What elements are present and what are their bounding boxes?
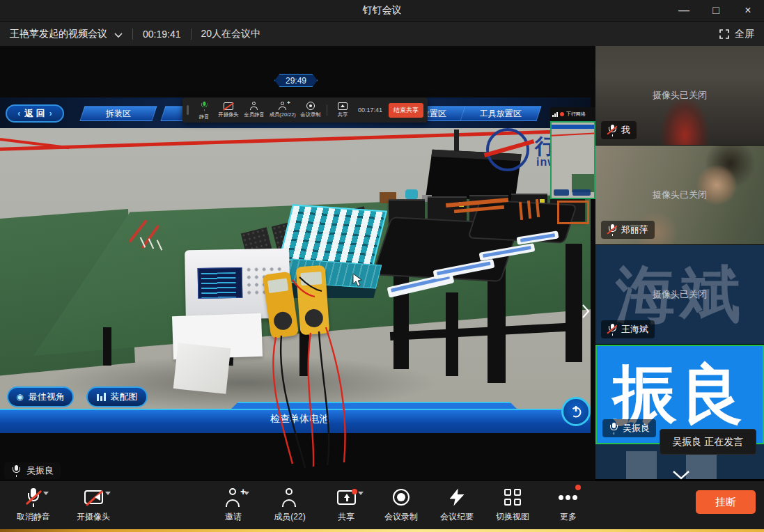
participant-tile-me[interactable]: 摄像头已关闭 我 — [595, 46, 764, 146]
participant-name-chip: 郑丽萍 — [601, 221, 655, 239]
eye-icon: ◉ — [16, 393, 23, 401]
float-share-time: 00:17:41 — [358, 107, 382, 114]
window-controls: — □ × — [668, 0, 764, 21]
tester-screen — [198, 267, 243, 299]
notification-dot — [575, 485, 581, 490]
record-button[interactable]: 会议录制 — [380, 487, 422, 523]
meeting-title: 王艳苹发起的视频会议 — [10, 28, 107, 40]
meeting-duration: 00:19:41 — [143, 29, 181, 40]
mic-muted-icon — [26, 488, 41, 507]
mic-muted-icon — [607, 224, 617, 236]
members-button[interactable]: 成员(22) — [265, 487, 314, 523]
share-button[interactable]: 共享 — [325, 487, 367, 523]
minimize-icon[interactable]: — — [668, 0, 700, 21]
chevron-down-icon[interactable] — [114, 29, 123, 41]
float-share: 共享 — [334, 102, 352, 118]
participant-name-chip: 我 — [601, 121, 637, 139]
float-mute: 静音 — [195, 100, 213, 120]
invite-button[interactable]: + 邀请 — [212, 487, 254, 523]
minutes-button[interactable]: 会议纪要 — [436, 487, 478, 523]
divider — [132, 29, 133, 40]
expand-panel-chevron[interactable] — [578, 301, 593, 322]
back-arrow-left-icon: ‹ — [17, 109, 20, 118]
window-title: 钉钉会议 — [363, 4, 402, 17]
hangup-button[interactable]: 挂断 — [696, 490, 756, 514]
chevron-down-icon — [671, 470, 691, 481]
camera-off-icon — [224, 102, 233, 110]
invite-person-icon: + — [225, 488, 242, 507]
signal-bars-icon — [552, 112, 558, 117]
table-crossbar — [390, 322, 578, 341]
camera-off-text: 摄像头已关闭 — [595, 189, 764, 201]
meeting-info-bar: 王艳苹发起的视频会议 00:19:41 20人在会议中 全屏 — [0, 21, 764, 46]
self-preview-pip: 下行网络 — [550, 107, 595, 199]
end-share-button: 结束共享 — [389, 103, 423, 118]
record-icon — [306, 102, 315, 110]
caret-down-icon[interactable] — [244, 492, 249, 495]
drag-handle — [187, 105, 189, 115]
participant-tile[interactable]: 海斌 摄像头已关闭 王海斌 — [595, 245, 764, 345]
pip-status-bar: 下行网络 — [550, 107, 595, 121]
maximize-icon[interactable]: □ — [700, 0, 732, 21]
mic-muted-icon — [607, 125, 617, 136]
paper-sheet — [173, 343, 231, 394]
divider — [191, 29, 192, 40]
participant-name: 吴振良 — [623, 422, 650, 435]
camera-on-button[interactable]: 开摄像头 — [64, 487, 123, 523]
sim-assembly-diagram-button: 装配图 — [86, 386, 148, 407]
flash-minutes-icon — [450, 489, 465, 506]
fullscreen-button[interactable]: 全屏 — [719, 28, 754, 40]
sim-back-label: 返 回 — [24, 107, 45, 120]
caret-down-icon[interactable] — [43, 492, 49, 495]
multimeter — [296, 265, 330, 336]
power-icon — [569, 405, 583, 418]
task-banner-text: 检查单体电池 — [247, 413, 352, 425]
float-camera: 开摄像头 — [219, 102, 239, 118]
participant-tile[interactable]: 摄像头已关闭 郑丽萍 — [595, 146, 764, 245]
collapse-strip-chevron[interactable] — [667, 468, 695, 483]
orange-frame — [557, 201, 589, 224]
participant-name-chip: 吴振良 — [602, 419, 656, 437]
participant-name: 郑丽萍 — [621, 224, 648, 236]
desktop-edge-strip — [0, 529, 764, 532]
divider — [327, 104, 327, 116]
float-record: 会议录制 — [302, 102, 321, 118]
share-screen-icon — [338, 102, 348, 110]
more-button[interactable]: 更多 — [550, 487, 586, 523]
pip-video — [550, 121, 595, 199]
caret-down-icon[interactable] — [105, 492, 111, 495]
camera-off-icon — [84, 490, 103, 504]
grid-view-icon — [504, 489, 521, 506]
switch-view-button[interactable]: 切换视图 — [492, 487, 533, 523]
pip-status-text: 下行网络 — [566, 111, 586, 118]
person-icon: + — [278, 102, 288, 110]
presenter-name-chip: 吴振良 — [4, 462, 61, 479]
more-dots-icon — [559, 495, 578, 500]
record-icon — [393, 489, 410, 506]
network-alert-icon — [560, 112, 564, 116]
float-mute-all: 全员静音 — [244, 102, 264, 118]
fullscreen-icon — [719, 29, 730, 40]
camera-off-text: 摄像头已关闭 — [595, 288, 764, 301]
sim-countdown: 29:49 — [274, 74, 318, 87]
person-icon — [281, 488, 298, 507]
participant-name-chip: 王海斌 — [601, 320, 655, 338]
speaking-tooltip: 吴振良 正在发言 — [660, 429, 756, 455]
chevron-right-icon — [582, 304, 590, 319]
window-titlebar: 钉钉会议 — □ × — [0, 0, 764, 21]
sim-back-button: ‹ 返 回 › — [6, 104, 64, 123]
mic-on-icon — [609, 423, 618, 435]
mic-muted-icon — [607, 324, 617, 336]
table-leg — [393, 265, 409, 369]
meeting-toolbar: 取消静音 开摄像头 + 邀请 成员(22) 共享 会议录制 会议纪要 切换视图 — [0, 480, 764, 529]
floating-meeting-bar: 静音 开摄像头 全员静音 +成员(20/22) 会议录制 共享 00:17:41… — [182, 97, 428, 123]
close-icon[interactable]: × — [732, 0, 764, 21]
table-leg — [103, 327, 111, 366]
participant-name: 我 — [621, 124, 630, 136]
unmute-button[interactable]: 取消静音 — [7, 487, 60, 523]
caret-down-icon[interactable] — [358, 492, 364, 495]
back-arrow-right-icon: › — [49, 109, 52, 118]
sim-best-view-button: ◉ 最佳视角 — [7, 386, 74, 407]
mic-icon — [200, 101, 208, 111]
participant-count: 20人在会议中 — [201, 28, 261, 40]
